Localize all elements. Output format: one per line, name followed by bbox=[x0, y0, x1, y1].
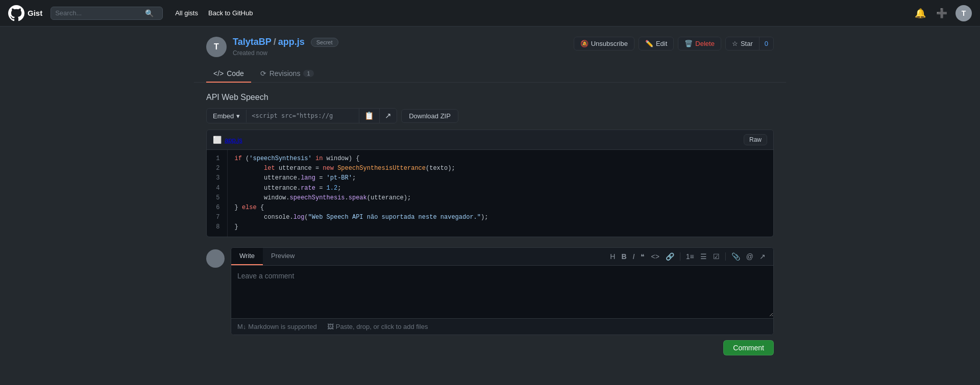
commenter-avatar bbox=[206, 249, 225, 268]
revisions-icon: ⟳ bbox=[260, 69, 266, 78]
code-table: 1 if ('speechSynthesis' in window) { 2 l… bbox=[207, 150, 773, 237]
notifications-button[interactable]: 🔔 bbox=[913, 6, 928, 21]
quote-button[interactable]: ❝ bbox=[638, 251, 647, 262]
line-number: 3 bbox=[207, 173, 227, 183]
app-header: Gist 🔍 All gists Back to GitHub 🔔 ➕ T bbox=[0, 0, 980, 27]
line-code: utterance.rate = 1.2; bbox=[227, 184, 773, 193]
line-number: 5 bbox=[207, 193, 227, 203]
comment-footer: M↓ Markdown is supported 🖼 Paste, drop, … bbox=[231, 318, 773, 335]
file-icon: ⬜ bbox=[213, 136, 222, 144]
main-content: API Web Speech Embed ▾ 📋 ↗ Download ZIP bbox=[194, 83, 786, 366]
edit-button[interactable]: ✏️ Edit bbox=[639, 37, 674, 50]
search-form: 🔍 bbox=[51, 7, 163, 20]
mention-button[interactable]: @ bbox=[744, 251, 756, 262]
delete-icon: 🗑️ bbox=[684, 40, 693, 47]
embed-block: Embed ▾ 📋 ↗ bbox=[206, 108, 397, 123]
bold-button[interactable]: B bbox=[619, 251, 629, 262]
edit-label: Edit bbox=[656, 40, 667, 47]
tab-code-label: Code bbox=[227, 69, 243, 78]
attach-files-button[interactable]: 🖼 Paste, drop, or click to add files bbox=[327, 323, 428, 330]
line-code: console.log("Web Speech API não suportad… bbox=[227, 213, 773, 222]
line-code: let utterance = new SpeechSynthesisUtter… bbox=[227, 164, 773, 173]
owner-link[interactable]: TalytaBP bbox=[233, 37, 272, 47]
attach-button[interactable]: 📎 bbox=[729, 251, 743, 262]
line-code: } else { bbox=[227, 203, 773, 213]
back-to-github-link[interactable]: Back to GitHub bbox=[208, 9, 253, 17]
new-gist-button[interactable]: ➕ bbox=[934, 6, 949, 21]
table-row: 4 utterance.rate = 1.2; bbox=[207, 184, 773, 193]
star-button-group: ☆ Star 0 bbox=[725, 37, 774, 50]
tab-revisions-label: Revisions bbox=[270, 69, 301, 78]
table-row: 6 } else { bbox=[207, 203, 773, 213]
gist-title-block: TalytaBP / app.js Secret Created now bbox=[233, 37, 338, 57]
unsubscribe-icon: 🔕 bbox=[580, 40, 589, 47]
unsubscribe-button[interactable]: 🔕 Unsubscribe bbox=[574, 37, 634, 50]
task-list-button[interactable]: ☑ bbox=[710, 251, 722, 262]
chevron-down-icon: ▾ bbox=[236, 112, 240, 120]
open-embed-button[interactable]: ↗ bbox=[379, 109, 397, 123]
github-logo-icon bbox=[8, 5, 24, 21]
file-name-link[interactable]: app.js bbox=[225, 136, 242, 144]
toolbar-divider-1 bbox=[680, 252, 680, 261]
gist-created: Created now bbox=[233, 49, 338, 57]
embed-input[interactable] bbox=[247, 110, 359, 122]
gist-brand-label: Gist bbox=[28, 9, 42, 17]
toolbar-divider-2 bbox=[725, 252, 726, 261]
line-number: 7 bbox=[207, 213, 227, 222]
unordered-list-button[interactable]: ☰ bbox=[698, 251, 709, 262]
table-row: 5 window.speechSynthesis.speak(utterance… bbox=[207, 193, 773, 203]
comment-textarea[interactable] bbox=[231, 266, 773, 317]
line-code: } bbox=[227, 222, 773, 236]
github-gist-logo[interactable]: Gist bbox=[8, 5, 42, 21]
embed-button[interactable]: Embed ▾ bbox=[207, 110, 247, 122]
tab-code[interactable]: </> Code bbox=[206, 65, 251, 83]
preview-tab[interactable]: Preview bbox=[263, 248, 303, 265]
comment-toolbar: H B I ❝ <> 🔗 1≡ ☰ ☑ � bbox=[602, 248, 773, 265]
copy-embed-button[interactable]: 📋 bbox=[359, 109, 379, 123]
link-button[interactable]: 🔗 bbox=[663, 251, 677, 262]
markdown-icon: M↓ bbox=[237, 323, 246, 330]
table-row: 3 utterance.lang = 'pt-BR'; bbox=[207, 173, 773, 183]
search-input[interactable] bbox=[55, 9, 142, 17]
comment-submit-button[interactable]: Comment bbox=[723, 340, 774, 355]
ordered-list-button[interactable]: 1≡ bbox=[683, 251, 697, 262]
line-code: if ('speechSynthesis' in window) { bbox=[227, 150, 773, 164]
comment-editor-tabs: Write Preview H B I ❝ <> 🔗 1≡ bbox=[231, 248, 773, 266]
header-right: 🔔 ➕ T bbox=[913, 5, 972, 21]
italic-button[interactable]: I bbox=[630, 251, 638, 262]
all-gists-link[interactable]: All gists bbox=[175, 9, 198, 17]
heading-button[interactable]: H bbox=[607, 251, 618, 262]
comment-box: Write Preview H B I ❝ <> 🔗 1≡ bbox=[231, 247, 774, 335]
gist-meta: T TalytaBP / app.js Secret Created now 🔕… bbox=[194, 27, 786, 57]
filename-link[interactable]: app.js bbox=[278, 37, 305, 47]
toolbar-row: Embed ▾ 📋 ↗ Download ZIP bbox=[206, 108, 774, 123]
attach-label: Paste, drop, or click to add files bbox=[336, 323, 428, 330]
gist-actions: 🔕 Unsubscribe ✏️ Edit 🗑️ Delete ☆ Star bbox=[574, 37, 774, 50]
separator: / bbox=[274, 37, 276, 47]
raw-button[interactable]: Raw bbox=[744, 134, 767, 145]
file-box: ⬜ app.js Raw 1 if ('speechSynthesis' in … bbox=[206, 130, 774, 237]
markdown-supported-button[interactable]: M↓ Markdown is supported bbox=[237, 323, 317, 330]
tabs-bar: </> Code ⟳ Revisions 1 bbox=[194, 57, 786, 83]
tab-revisions[interactable]: ⟳ Revisions 1 bbox=[253, 65, 321, 83]
line-code: window.speechSynthesis.speak(utterance); bbox=[227, 193, 773, 203]
code-button[interactable]: <> bbox=[648, 251, 662, 262]
star-label: Star bbox=[741, 40, 753, 47]
gist-description: API Web Speech bbox=[206, 93, 774, 102]
owner-avatar[interactable]: T bbox=[206, 37, 227, 57]
unsubscribe-label: Unsubscribe bbox=[591, 40, 628, 47]
line-number: 1 bbox=[207, 150, 227, 164]
secret-badge: Secret bbox=[311, 38, 338, 47]
delete-button[interactable]: 🗑️ Delete bbox=[678, 37, 721, 50]
line-code: utterance.lang = 'pt-BR'; bbox=[227, 173, 773, 183]
table-row: 7 console.log("Web Speech API não suport… bbox=[207, 213, 773, 222]
markdown-label: Markdown is supported bbox=[248, 323, 316, 330]
star-count[interactable]: 0 bbox=[759, 37, 773, 50]
download-zip-button[interactable]: Download ZIP bbox=[401, 109, 458, 123]
star-button[interactable]: ☆ Star bbox=[726, 37, 759, 50]
table-row: 8 } bbox=[207, 222, 773, 236]
write-tab[interactable]: Write bbox=[231, 248, 263, 265]
crossreference-button[interactable]: ↗ bbox=[757, 251, 768, 262]
avatar[interactable]: T bbox=[955, 5, 972, 21]
breadcrumb: TalytaBP / app.js Secret bbox=[233, 37, 338, 47]
